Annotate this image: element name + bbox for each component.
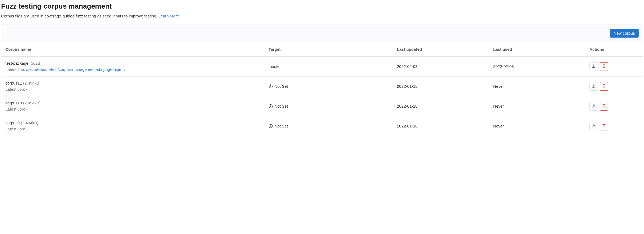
table-row: test-package (562B)Latest Job: /secure-t…	[1, 57, 643, 76]
delete-button[interactable]	[600, 122, 608, 130]
cell-last-updated: 2022-01-18	[393, 96, 489, 116]
col-header-name: Corpus name	[1, 42, 264, 57]
cell-corpus-name: corpus10 (2.494kB)Latest Job: -	[1, 96, 264, 116]
trash-icon	[602, 84, 606, 89]
latest-job-link[interactable]: /secure-team-test/corpus-management-stag…	[26, 67, 126, 73]
cell-last-used: 2022-02-03	[489, 57, 585, 76]
cell-corpus-name: corpus11 (2.494kB)Latest Job: -	[1, 76, 264, 96]
page-title: Fuzz testing corpus management	[1, 2, 643, 10]
delete-button[interactable]	[600, 102, 608, 111]
download-icon	[592, 104, 596, 109]
cell-corpus-name: test-package (562B)Latest Job: /secure-t…	[1, 57, 264, 76]
delete-button[interactable]	[600, 82, 608, 91]
corpus-size: (2.494kB)	[23, 101, 41, 105]
cell-corpus-name: corpus9 (2.494kB)Latest Job: -	[1, 116, 264, 136]
latest-job-text: -	[26, 107, 28, 111]
latest-job-text: -	[26, 127, 28, 131]
cell-last-used: Never	[489, 76, 585, 96]
toolbar: New corpus	[1, 24, 643, 42]
target-value: master	[269, 64, 281, 69]
cell-actions	[585, 116, 643, 136]
latest-job-label: Latest Job:	[5, 107, 26, 111]
download-icon	[592, 123, 596, 129]
cell-actions	[585, 96, 643, 116]
cell-last-updated: 2022-01-18	[393, 116, 489, 136]
cell-target: Not Set	[264, 76, 393, 96]
cell-target: Not Set	[264, 116, 393, 136]
target-value: Not Set	[274, 84, 288, 89]
learn-more-link[interactable]: Learn More	[158, 14, 179, 18]
latest-job-label: Latest Job:	[5, 87, 26, 92]
col-header-actions: Actions	[585, 42, 643, 57]
corpus-size: (562B)	[30, 61, 42, 65]
corpus-name: corpus10	[5, 101, 22, 105]
col-header-target: Target	[264, 42, 393, 57]
delete-button[interactable]	[600, 62, 608, 71]
table-row: corpus9 (2.494kB)Latest Job: -Not Set202…	[1, 116, 643, 136]
download-icon	[592, 64, 596, 69]
col-header-last-used: Last used	[489, 42, 585, 57]
svg-point-5	[270, 105, 271, 106]
cell-last-used: Never	[489, 96, 585, 116]
target-value: Not Set	[274, 104, 288, 108]
latest-job-label: Latest Job:	[5, 67, 26, 72]
info-icon[interactable]	[269, 84, 273, 89]
new-corpus-button[interactable]: New corpus	[610, 29, 639, 38]
corpus-size: (2.494kB)	[21, 120, 38, 125]
svg-point-8	[270, 125, 271, 126]
trash-icon	[602, 104, 606, 109]
download-button[interactable]	[589, 82, 598, 91]
svg-point-2	[270, 85, 271, 86]
col-header-last-updated: Last updated	[393, 42, 489, 57]
trash-icon	[602, 64, 606, 69]
cell-last-updated: 2022-02-03	[393, 57, 489, 76]
cell-last-used: Never	[489, 116, 585, 136]
download-button[interactable]	[589, 62, 598, 71]
download-button[interactable]	[589, 122, 598, 130]
cell-actions	[585, 57, 643, 76]
page-description: Corpus files are used in coverage-guided…	[1, 14, 643, 18]
cell-last-updated: 2022-01-18	[393, 76, 489, 96]
trash-icon	[602, 123, 606, 129]
latest-job-text: -	[26, 87, 28, 92]
corpus-name: corpus9	[5, 120, 20, 125]
download-button[interactable]	[589, 102, 598, 111]
download-icon	[592, 84, 596, 89]
cell-target: Not Set	[264, 96, 393, 116]
corpus-size: (2.494kB)	[23, 81, 41, 85]
corpus-table: Corpus name Target Last updated Last use…	[1, 42, 643, 136]
target-value: Not Set	[274, 124, 288, 128]
table-row: corpus11 (2.494kB)Latest Job: -Not Set20…	[1, 76, 643, 96]
latest-job-label: Latest Job:	[5, 127, 26, 131]
corpus-name: test-package	[5, 61, 28, 65]
description-text: Corpus files are used in coverage-guided…	[1, 14, 158, 18]
info-icon[interactable]	[269, 104, 273, 108]
cell-actions	[585, 76, 643, 96]
cell-target: master	[264, 57, 393, 76]
corpus-name: corpus11	[5, 81, 22, 85]
info-icon[interactable]	[269, 124, 273, 128]
table-row: corpus10 (2.494kB)Latest Job: -Not Set20…	[1, 96, 643, 116]
